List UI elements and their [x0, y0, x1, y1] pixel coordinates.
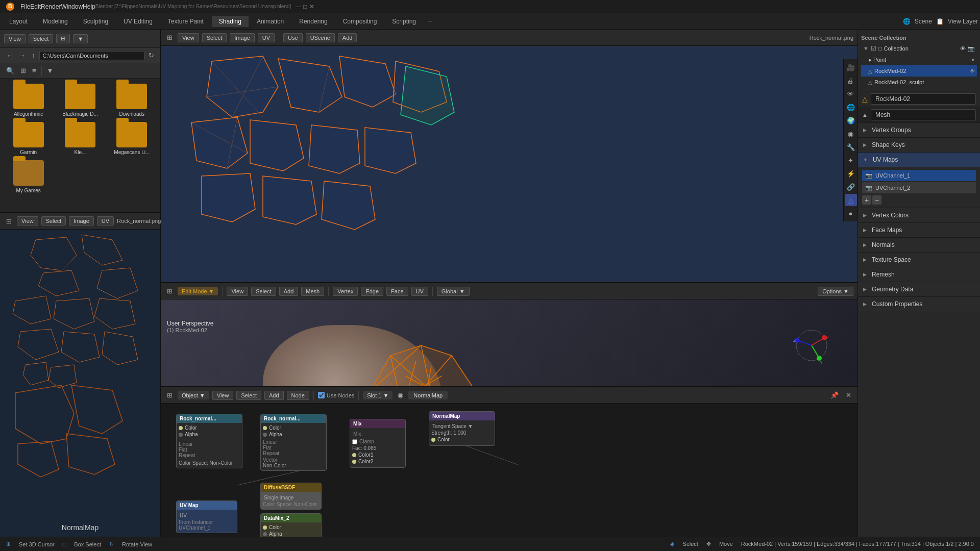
collection-check[interactable]: ☑: [871, 45, 876, 52]
uv-top-image-btn[interactable]: Image: [230, 33, 255, 42]
uv-image-btn[interactable]: Image: [69, 216, 94, 226]
filebrowser-select-btn[interactable]: Select: [29, 34, 54, 43]
collection-camera-icon[interactable]: 📷: [968, 45, 975, 52]
prop-render-btn[interactable]: 🎥: [845, 61, 857, 73]
node-uvmap[interactable]: UV Map UV From Instancer UVChannel_1: [176, 500, 237, 533]
node-sphere-icon[interactable]: ◉: [396, 390, 405, 400]
tab-modeling[interactable]: Modeling: [36, 16, 75, 27]
uv-top-view-btn[interactable]: View: [178, 33, 199, 42]
viewport-uv-btn[interactable]: UV: [411, 287, 428, 296]
scene-name[interactable]: Scene: [915, 18, 932, 25]
file-list-view-btn[interactable]: ≡: [30, 66, 38, 76]
tab-sculpting[interactable]: Sculpting: [76, 16, 115, 27]
tab-layout[interactable]: Layout: [2, 16, 35, 27]
uv-uv-btn[interactable]: UV: [97, 216, 114, 226]
folder-allegorithmic[interactable]: Allegorithmic: [5, 84, 52, 117]
filebrowser-view-btn[interactable]: View: [4, 34, 26, 43]
slot-selector[interactable]: Slot 1 ▼: [363, 391, 393, 399]
tab-rendering[interactable]: Rendering: [292, 16, 334, 27]
uv-add-btn[interactable]: +: [862, 195, 871, 205]
file-path-input[interactable]: [39, 51, 145, 60]
geometry-data-header[interactable]: ▶ Geometry Data: [858, 282, 980, 296]
tab-shading[interactable]: Shading: [212, 16, 249, 27]
vertex-colors-header[interactable]: ▶ Vertex Colors: [858, 208, 980, 222]
node-object-dropdown[interactable]: Object ▼: [178, 391, 209, 399]
node-mix[interactable]: Mix Mix Clamp Fac: 0.085 Color1 Color2: [350, 419, 406, 468]
collection-eye-icon[interactable]: 👁: [960, 45, 966, 52]
use-nodes-checkbox[interactable]: [318, 392, 325, 398]
folder-garmin[interactable]: Garmin: [5, 122, 52, 155]
collection-root[interactable]: ▼ ☑ □ Collection 👁 📷: [861, 43, 977, 54]
file-reload-btn[interactable]: ↻: [146, 51, 156, 60]
face-maps-header[interactable]: ▶ Face Maps: [858, 223, 980, 237]
menu-window[interactable]: Window: [61, 3, 83, 10]
viewport-face-btn[interactable]: Face: [386, 287, 408, 296]
node-select-btn[interactable]: Select: [236, 391, 261, 400]
nav-back-btn[interactable]: ←: [4, 51, 15, 60]
node-diffuse-bsdf[interactable]: DiffuseBSDF Single Image Color Space: No…: [260, 483, 322, 510]
folder-megascans[interactable]: Megascans Li...: [109, 122, 155, 155]
close-btn[interactable]: ✕: [309, 3, 314, 10]
object-name-input[interactable]: [871, 93, 976, 105]
prop-data-btn[interactable]: △: [845, 194, 857, 206]
uv-top-mode-btn[interactable]: ⊞: [165, 33, 175, 42]
prop-physics-btn[interactable]: ⚡: [845, 167, 857, 180]
normals-header[interactable]: ▶ Normals: [858, 238, 980, 252]
remesh-header[interactable]: ▶ Remesh: [858, 267, 980, 282]
file-grid-view-btn[interactable]: ⊞: [18, 66, 28, 76]
texture-space-header[interactable]: ▶ Texture Space: [858, 253, 980, 267]
maximize-btn[interactable]: □: [303, 3, 307, 10]
minimize-btn[interactable]: —: [295, 3, 301, 10]
node-mode-btn[interactable]: ⊞: [165, 390, 175, 400]
prop-particles-btn[interactable]: ✦: [845, 154, 857, 166]
vertex-groups-header[interactable]: ▶ Vertex Groups: [858, 123, 980, 137]
file-search-btn[interactable]: 🔍: [4, 66, 16, 76]
viewlayer-name[interactable]: View Layer: [948, 18, 978, 25]
node-data-mix[interactable]: DataMix_2 Color Alpha Linear Flat Repeat…: [260, 513, 322, 537]
prop-material-btn[interactable]: ●: [845, 207, 857, 219]
uv-top-select-btn[interactable]: Select: [202, 33, 227, 42]
folder-blackmagic[interactable]: Blackmagic D...: [57, 84, 103, 117]
uv-remove-btn[interactable]: −: [872, 195, 881, 205]
viewport-edge-btn[interactable]: Edge: [361, 287, 383, 296]
collection-rockmed02[interactable]: △ RockMed-02 👁: [861, 65, 977, 77]
uv-select-btn[interactable]: Select: [41, 216, 66, 226]
menu-edit[interactable]: Edit: [30, 3, 41, 10]
folder-downloads[interactable]: Downloads: [109, 84, 155, 117]
folder-mygames[interactable]: My Games: [5, 160, 52, 193]
prop-scene-btn[interactable]: 🌐: [845, 101, 857, 113]
filebrowser-sort-icon[interactable]: ⊞: [56, 34, 70, 43]
tab-compositing[interactable]: Compositing: [336, 16, 384, 27]
viewport-mode-btn[interactable]: ⊞: [165, 286, 175, 296]
node-pin-btn[interactable]: 📌: [828, 390, 841, 400]
material-name-label[interactable]: NormalMap: [408, 391, 448, 399]
node-rock-normal[interactable]: Rock_normal... Color Alpha Linear Flat R…: [176, 414, 242, 468]
viewport-global-btn[interactable]: Global ▼: [437, 287, 470, 296]
prop-output-btn[interactable]: 🖨: [845, 74, 857, 87]
use-nodes-label[interactable]: Use Nodes: [318, 392, 354, 398]
prop-constraints-btn[interactable]: 🔗: [845, 181, 857, 193]
shape-keys-header[interactable]: ▶ Shape Keys: [858, 138, 980, 152]
viewport-view-btn[interactable]: View: [227, 287, 248, 296]
tab-uv-editing[interactable]: UV Editing: [116, 16, 160, 27]
add-workspace-tab[interactable]: +: [424, 16, 436, 27]
filebrowser-filter-btn[interactable]: ▼: [73, 34, 88, 43]
uv-top-add-btn[interactable]: Add: [338, 33, 357, 42]
prop-world-btn[interactable]: 🌍: [845, 114, 857, 127]
uv-top-uv-btn[interactable]: UV: [258, 33, 275, 42]
file-filter-btn[interactable]: ▼: [45, 66, 56, 76]
custom-properties-header[interactable]: ▶ Custom Properties: [858, 297, 980, 311]
nav-up-btn[interactable]: ↑: [30, 51, 37, 60]
prop-object-btn[interactable]: ◉: [845, 128, 857, 140]
viewport-options-btn[interactable]: Options ▼: [818, 287, 853, 296]
prop-modifier-btn[interactable]: 🔧: [845, 141, 857, 153]
folder-kle[interactable]: Kle...: [57, 122, 103, 155]
node-rock-normal2[interactable]: Rock_normal... Color Alpha Linear Flat R…: [260, 414, 327, 471]
mesh-name-input[interactable]: [871, 109, 976, 120]
uv-map-channel1[interactable]: 📷 UVChannel_1: [862, 170, 976, 181]
viewport-add-btn[interactable]: Add: [279, 287, 299, 296]
tab-animation[interactable]: Animation: [250, 16, 291, 27]
node-add-btn[interactable]: Add: [264, 391, 284, 400]
tab-texture-paint[interactable]: Texture Paint: [161, 16, 211, 27]
prop-view-btn[interactable]: 👁: [845, 88, 857, 100]
